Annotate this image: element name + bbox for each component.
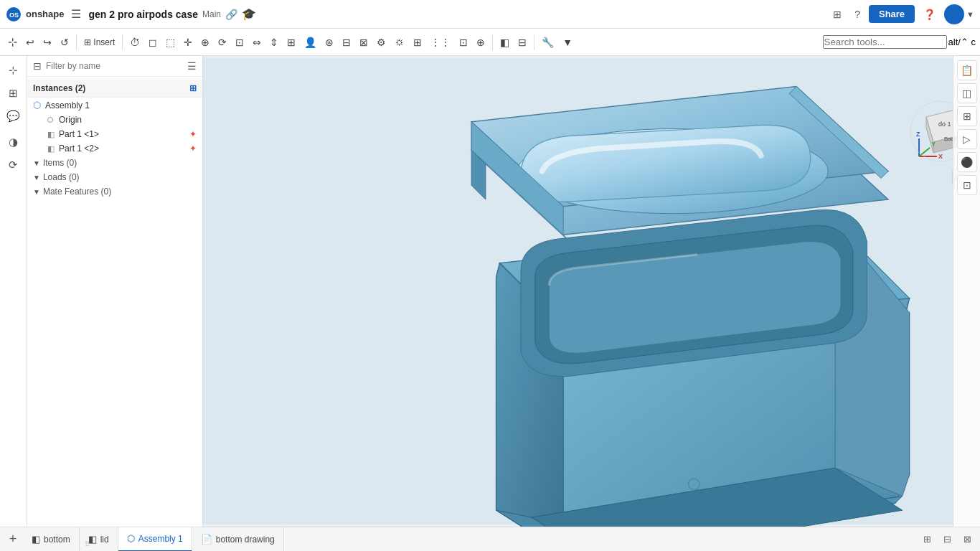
hamburger-menu[interactable]: ☰ — [68, 4, 84, 24]
origin-label: Origin — [59, 115, 82, 125]
3d-canvas — [203, 56, 980, 527]
animate-button[interactable]: ▷ — [957, 129, 977, 149]
tool-12[interactable]: ⊛ — [321, 34, 337, 51]
branch-name[interactable]: Main — [202, 9, 221, 19]
tool-4[interactable]: ✛ — [180, 34, 196, 51]
tool-20[interactable]: ⊕ — [473, 34, 489, 51]
tool-11[interactable]: 👤 — [301, 34, 320, 51]
loads-section[interactable]: ▼ Loads (0) — [27, 170, 202, 184]
svg-text:OS: OS — [9, 11, 19, 19]
tool-10[interactable]: ⊞ — [283, 34, 299, 51]
section-view-button[interactable]: ◫ — [957, 83, 977, 103]
viewport[interactable]: do 1 Back Z X Y 📋 ◫ ⊞ — [203, 56, 980, 527]
tool-dropdown[interactable]: ▼ — [559, 34, 576, 51]
bottom-right-icons: ⊞ ⊟ ⊠ — [918, 531, 980, 548]
tool-7[interactable]: ⊡ — [232, 34, 248, 51]
tool-14[interactable]: ⊠ — [356, 34, 372, 51]
separator-3 — [492, 34, 493, 50]
undo-button[interactable]: ↩ — [22, 34, 38, 51]
side-icon-appearance[interactable]: ◑ — [4, 132, 24, 152]
tool-17[interactable]: ⊞ — [410, 34, 425, 51]
logo: OS onshape — [6, 6, 64, 22]
separator-1 — [76, 34, 77, 50]
list-view-icon[interactable]: ☰ — [187, 60, 197, 72]
bottom-icon-2[interactable]: ⊟ — [938, 531, 956, 548]
help-button[interactable]: ? — [850, 6, 864, 23]
tool-8[interactable]: ⇔ — [249, 34, 265, 51]
right-tools-panel: 📋 ◫ ⊞ ▷ ⚫ ⊡ — [953, 56, 980, 527]
link-icon[interactable]: 🔗 — [225, 9, 237, 20]
assembly-icon: ⬡ — [33, 100, 41, 110]
tool-19[interactable]: ⊡ — [456, 34, 471, 51]
items-chevron: ▼ — [33, 159, 40, 167]
tool-13[interactable]: ⊟ — [339, 34, 354, 51]
side-icon-comment[interactable]: 💬 — [4, 106, 24, 126]
tool-9[interactable]: ⇕ — [266, 34, 282, 51]
view-properties-button[interactable]: 📋 — [957, 60, 977, 80]
filter-input[interactable] — [46, 61, 183, 71]
side-icon-history[interactable]: ⟳ — [4, 155, 24, 175]
add-instance-icon[interactable]: ⊞ — [189, 83, 197, 93]
tool-16[interactable]: ⛭ — [391, 34, 408, 51]
tool-15[interactable]: ⚙ — [373, 34, 390, 51]
tree-item-origin[interactable]: Origin — [27, 113, 202, 127]
tool-23[interactable]: 🔧 — [538, 34, 557, 51]
tree-area: Instances (2) ⊞ ⬡ Assembly 1 Origin ◧ Pa… — [27, 77, 202, 527]
tool-18[interactable]: ⋮⋮ — [427, 34, 454, 51]
bottom-icon-1[interactable]: ⊞ — [918, 531, 936, 548]
tab-drawing-icon: 📄 — [201, 534, 212, 545]
insert-button[interactable]: ⊞ Insert — [80, 34, 118, 50]
onshape-logo: OS — [6, 6, 22, 22]
mate-icon-2[interactable]: ✦ — [189, 143, 197, 154]
graduate-icon[interactable]: 🎓 — [242, 7, 256, 21]
side-icon-select[interactable]: ⊹ — [4, 60, 24, 80]
instances-label: Instances (2) — [33, 83, 85, 93]
svg-text:Y: Y — [931, 141, 936, 148]
bottom-icon-3[interactable]: ⊠ — [958, 531, 976, 548]
tree-assembly-1[interactable]: ⬡ Assembly 1 — [27, 98, 202, 113]
mate-features-label: Mate Features (0) — [43, 187, 111, 197]
side-icon-parts[interactable]: ⊞ — [4, 83, 24, 103]
tool-22[interactable]: ⊟ — [514, 34, 530, 51]
tool-1[interactable]: ⏱ — [126, 34, 143, 51]
select-tool[interactable]: ⊹ — [4, 32, 21, 52]
loads-label: Loads (0) — [43, 172, 80, 182]
svg-text:Z: Z — [916, 131, 920, 138]
part-icon-1: ◧ — [47, 130, 55, 139]
tree-item-part-2[interactable]: ◧ Part 1 <2> ✦ — [27, 141, 202, 156]
refresh-button[interactable]: ↺ — [57, 34, 72, 51]
filter-icon[interactable]: ⊟ — [33, 60, 42, 72]
separator-2 — [122, 34, 123, 50]
tab-bottom-drawing-label: bottom drawing — [216, 534, 275, 545]
top-bar: OS onshape ☰ gen 2 pro airpods case Main… — [0, 0, 980, 29]
tool-5[interactable]: ⊕ — [197, 34, 213, 51]
svg-text:do 1: do 1 — [938, 121, 951, 128]
items-label: Items (0) — [43, 158, 77, 168]
grid-view-button[interactable]: ⊞ — [829, 6, 846, 23]
explode-button[interactable]: ⊞ — [957, 106, 977, 126]
tool-21[interactable]: ◧ — [496, 34, 513, 51]
items-section[interactable]: ▼ Items (0) — [27, 156, 202, 170]
share-button[interactable]: Share — [869, 5, 915, 23]
svg-text:X: X — [938, 153, 943, 160]
help-circle-button[interactable]: ❓ — [919, 6, 940, 23]
more-tools-button[interactable]: ⊡ — [957, 175, 977, 195]
user-name: ▼ — [966, 10, 974, 19]
mate-icon-1[interactable]: ✦ — [189, 129, 197, 139]
search-shortcut-hint: alt/⌃ c — [948, 37, 976, 47]
search-tools-input[interactable] — [823, 35, 947, 49]
document-title[interactable]: gen 2 pro airpods case — [88, 9, 198, 20]
side-icons-panel: ⊹ ⊞ 💬 ◑ ⟳ — [0, 56, 27, 527]
logo-text: onshape — [26, 9, 64, 19]
tool-3[interactable]: ⬚ — [162, 34, 179, 51]
user-menu-toggle[interactable]: ▼ — [944, 4, 974, 24]
mate-features-section[interactable]: ▼ Mate Features (0) — [27, 184, 202, 199]
panel-header: ⊟ ☰ — [27, 56, 202, 77]
measurement-button[interactable]: ⚫ — [957, 152, 977, 172]
redo-button[interactable]: ↪ — [39, 34, 55, 51]
tree-item-part-1[interactable]: ◧ Part 1 <1> ✦ — [27, 127, 202, 141]
tool-6[interactable]: ⟳ — [215, 34, 230, 51]
tool-2[interactable]: ◻ — [145, 34, 161, 51]
left-panel: ⊟ ☰ Instances (2) ⊞ ⬡ Assembly 1 Origin — [27, 56, 203, 527]
tab-bottom-drawing[interactable]: 📄 bottom drawing — [192, 527, 284, 552]
